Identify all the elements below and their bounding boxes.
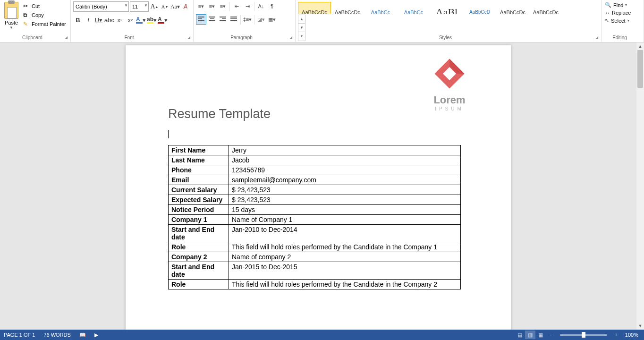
document-page[interactable]: Lorem IPSUM Resume Template First NameJe…: [126, 45, 511, 330]
row-value[interactable]: Jan-2010 to Dec-2014: [229, 225, 461, 242]
shrink-font-button[interactable]: A▼: [160, 1, 169, 12]
italic-button[interactable]: I: [84, 15, 93, 25]
font-name-combo[interactable]: [73, 1, 129, 12]
superscript-button[interactable]: x2: [126, 15, 135, 25]
row-value[interactable]: Name of Company 1: [229, 215, 461, 225]
increase-indent-button[interactable]: ⇥: [242, 1, 253, 11]
font-dialog-launcher[interactable]: ◢: [187, 35, 192, 40]
highlight-button[interactable]: ab▾: [147, 15, 157, 25]
table-row[interactable]: Phone123456789: [169, 165, 461, 175]
zoom-in-button[interactable]: +: [611, 331, 621, 339]
row-label[interactable]: First Name: [169, 145, 229, 155]
style---no-spac---[interactable]: AaBbCcDc¶ No Spac...: [331, 2, 364, 14]
row-label[interactable]: Email: [169, 175, 229, 185]
style---normal[interactable]: AaBbCcDc¶ Normal: [298, 2, 331, 14]
subscript-button[interactable]: x2: [115, 15, 125, 25]
align-left-button[interactable]: [196, 14, 206, 25]
clear-formatting-button[interactable]: A̸: [181, 1, 190, 12]
row-value[interactable]: Jerry: [229, 145, 461, 155]
row-label[interactable]: Company 1: [169, 215, 229, 225]
table-row[interactable]: Start and End dateJan-2010 to Dec-2014: [169, 225, 461, 242]
table-row[interactable]: RoleThis field will hold roles performed…: [169, 242, 461, 252]
table-row[interactable]: First NameJerry: [169, 145, 461, 155]
format-painter-button[interactable]: ✎Format Painter: [22, 20, 67, 28]
style-subtle-em---[interactable]: AaBbCcDcSubtle Em...: [496, 2, 529, 14]
table-row[interactable]: Start and End dateJan-2015 to Dec-2015: [169, 262, 461, 280]
document-title[interactable]: Resume Template: [168, 45, 468, 121]
row-label[interactable]: Phone: [169, 165, 229, 175]
word-count[interactable]: 76 WORDS: [43, 332, 70, 338]
font-size-combo[interactable]: [130, 1, 149, 12]
scroll-up-button[interactable]: ▲: [636, 42, 644, 50]
select-button[interactable]: ↖Select▾: [604, 17, 641, 25]
document-viewport[interactable]: Lorem IPSUM Resume Template First NameJe…: [0, 42, 636, 330]
table-row[interactable]: Company 1Name of Company 1: [169, 215, 461, 225]
row-value[interactable]: 15 days: [229, 205, 461, 215]
multilevel-button[interactable]: ≡▾: [218, 1, 228, 11]
sort-button[interactable]: A↓: [256, 1, 266, 11]
strikethrough-button[interactable]: abc: [104, 15, 114, 25]
print-layout-button[interactable]: ▥: [525, 331, 535, 339]
zoom-knob[interactable]: [582, 332, 585, 338]
row-label[interactable]: Last Name: [169, 155, 229, 165]
styles-dialog-launcher[interactable]: ◢: [595, 35, 600, 40]
row-value[interactable]: $ 23,423,523: [229, 185, 461, 195]
style-subtitle[interactable]: AaBbCcDSubtitle: [463, 2, 496, 14]
replace-button[interactable]: ↔Replace: [604, 9, 641, 17]
row-value[interactable]: 123456789: [229, 165, 461, 175]
numbering-button[interactable]: ≡▾: [207, 1, 217, 11]
row-label[interactable]: Role: [169, 242, 229, 252]
grow-font-button[interactable]: A▲: [150, 1, 159, 12]
style-heading-2[interactable]: AaBbCcHeading 2: [397, 2, 430, 14]
align-center-button[interactable]: [207, 14, 217, 25]
change-case-button[interactable]: Aa▾: [170, 1, 180, 12]
show-marks-button[interactable]: ¶: [267, 1, 277, 11]
paste-button[interactable]: Paste ▼: [2, 1, 20, 32]
row-label[interactable]: Start and End date: [169, 225, 229, 242]
row-value[interactable]: Jan-2015 to Dec-2015: [229, 262, 461, 280]
row-label[interactable]: Company 2: [169, 252, 229, 262]
table-row[interactable]: Expected Salary$ 23,423,523: [169, 195, 461, 205]
row-label[interactable]: Start and End date: [169, 262, 229, 280]
align-right-button[interactable]: [218, 14, 228, 25]
font-color-button[interactable]: A▾: [158, 15, 168, 25]
style-title[interactable]: AaBlTitle: [430, 2, 463, 14]
vertical-scrollbar[interactable]: ▲ ▼: [636, 42, 644, 330]
row-value[interactable]: This field will hold roles performed by …: [229, 280, 461, 289]
row-value[interactable]: sampleemail@company.com: [229, 175, 461, 185]
row-value[interactable]: Jacob: [229, 155, 461, 165]
text-cursor-line[interactable]: [168, 130, 468, 143]
zoom-out-button[interactable]: −: [546, 331, 556, 339]
style-heading-1[interactable]: AaBbCcHeading 1: [364, 2, 397, 14]
resume-table[interactable]: First NameJerryLast NameJacobPhone123456…: [168, 145, 461, 289]
underline-button[interactable]: U▾: [94, 15, 103, 25]
copy-button[interactable]: ⧉Copy: [22, 11, 67, 19]
justify-button[interactable]: [229, 14, 239, 25]
row-label[interactable]: Role: [169, 280, 229, 289]
table-row[interactable]: Emailsampleemail@company.com: [169, 175, 461, 185]
paragraph-dialog-launcher[interactable]: ◢: [289, 35, 294, 40]
styles-scroll-up[interactable]: ▲: [298, 15, 305, 24]
decrease-indent-button[interactable]: ⇤: [231, 1, 242, 11]
row-label[interactable]: Notice Period: [169, 205, 229, 215]
read-mode-button[interactable]: ▤: [515, 331, 525, 339]
web-layout-button[interactable]: ▦: [535, 331, 546, 339]
table-row[interactable]: Notice Period15 days: [169, 205, 461, 215]
borders-button[interactable]: ▦▾: [267, 14, 277, 25]
text-effects-button[interactable]: A▾: [136, 15, 146, 25]
row-value[interactable]: $ 23,423,523: [229, 195, 461, 205]
table-row[interactable]: Company 2Name of company 2: [169, 252, 461, 262]
find-button[interactable]: 🔍Find▾: [604, 1, 641, 9]
macro-icon[interactable]: ▶: [94, 332, 98, 338]
scroll-thumb[interactable]: [637, 50, 643, 88]
cut-button[interactable]: ✂Cut: [22, 2, 67, 10]
zoom-slider[interactable]: [560, 334, 607, 336]
table-row[interactable]: Current Salary$ 23,423,523: [169, 185, 461, 195]
table-row[interactable]: Last NameJacob: [169, 155, 461, 165]
row-value[interactable]: Name of company 2: [229, 252, 461, 262]
row-label[interactable]: Current Salary: [169, 185, 229, 195]
spell-check-icon[interactable]: 📖: [79, 332, 86, 338]
row-value[interactable]: This field will hold roles performed by …: [229, 242, 461, 252]
row-label[interactable]: Expected Salary: [169, 195, 229, 205]
page-count[interactable]: PAGE 1 OF 1: [4, 332, 35, 338]
